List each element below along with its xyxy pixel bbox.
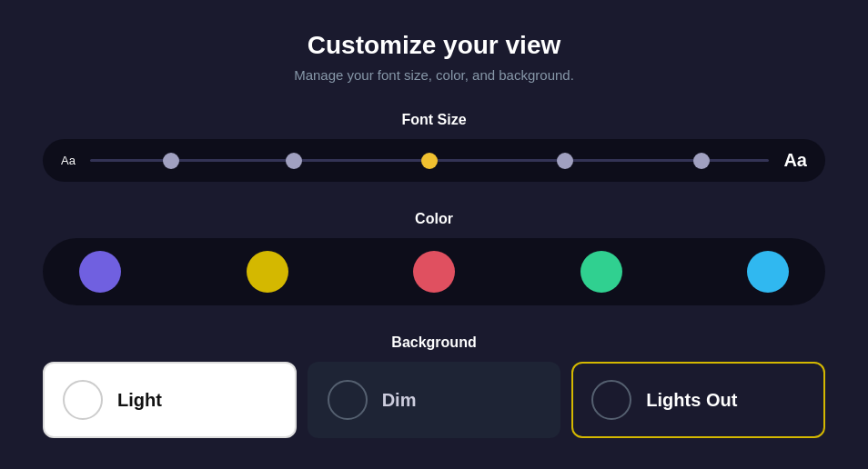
color-option-red[interactable] bbox=[413, 251, 455, 293]
color-option-yellow[interactable] bbox=[247, 251, 288, 293]
background-option-light-circle bbox=[63, 380, 103, 420]
color-section: Color bbox=[43, 211, 825, 305]
background-option-lights-out-circle bbox=[591, 380, 631, 420]
main-container: Customize your view Manage your font siz… bbox=[25, 13, 843, 456]
font-size-slider-track: Aa Aa bbox=[43, 139, 825, 182]
background-section: Background Light Dim Lights Out bbox=[43, 334, 825, 438]
background-option-dim-circle bbox=[328, 380, 368, 420]
background-options: Light Dim Lights Out bbox=[43, 362, 825, 438]
page-title: Customize your view bbox=[294, 31, 574, 60]
slider-dot-4[interactable] bbox=[557, 153, 573, 169]
font-size-section: Font Size Aa Aa bbox=[43, 112, 825, 182]
background-option-light[interactable]: Light bbox=[43, 362, 297, 438]
slider-dot-2[interactable] bbox=[286, 153, 302, 169]
header: Customize your view Manage your font siz… bbox=[294, 31, 574, 83]
font-size-large-label: Aa bbox=[783, 150, 807, 171]
background-option-dim-label: Dim bbox=[382, 390, 417, 411]
background-option-light-label: Light bbox=[117, 390, 162, 411]
background-option-dim[interactable]: Dim bbox=[308, 362, 561, 438]
color-label: Color bbox=[415, 211, 453, 227]
background-label: Background bbox=[391, 334, 476, 351]
slider-dot-5[interactable] bbox=[693, 153, 710, 169]
font-size-label: Font Size bbox=[401, 112, 466, 128]
font-size-small-label: Aa bbox=[61, 154, 76, 167]
background-option-lights-out[interactable]: Lights Out bbox=[571, 362, 825, 438]
color-option-blue[interactable] bbox=[747, 251, 789, 293]
slider-dot-3[interactable] bbox=[421, 153, 438, 169]
slider-wrapper[interactable] bbox=[90, 152, 770, 170]
background-option-lights-out-label: Lights Out bbox=[646, 390, 737, 411]
slider-dot-1[interactable] bbox=[163, 153, 179, 169]
color-option-green[interactable] bbox=[580, 251, 622, 293]
color-picker-track bbox=[43, 238, 825, 305]
color-option-purple[interactable] bbox=[79, 251, 121, 293]
page-subtitle: Manage your font size, color, and backgr… bbox=[294, 67, 574, 83]
